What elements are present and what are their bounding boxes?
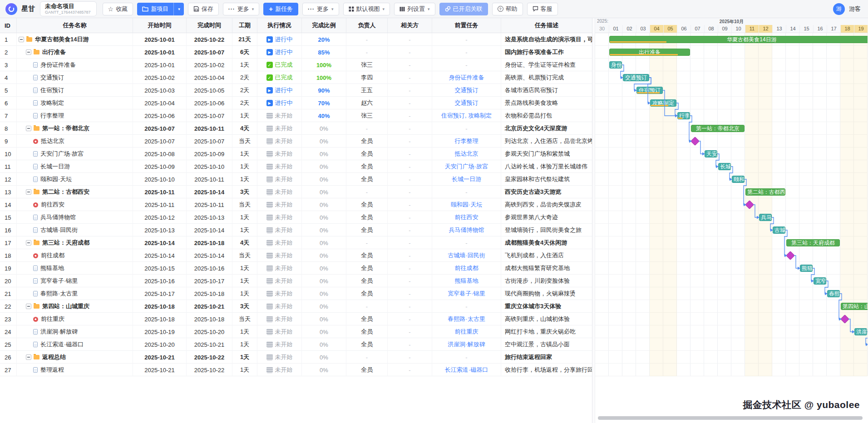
progress-percent: 0% <box>302 313 346 325</box>
table-row[interactable]: 22第四站：山城重庆2025-10-182025-10-213天未开始0%---… <box>0 300 592 313</box>
table-row[interactable]: 27整理返程2025-10-212025-10-221天未开始0%全员-长江索道… <box>0 364 592 376</box>
gantt-bar-task[interactable]: 熊猫.. <box>800 265 813 272</box>
predecessor-cell: - <box>432 122 501 135</box>
save-button[interactable]: 保存 <box>188 3 219 15</box>
predecessor-cell[interactable]: 交通预订 <box>432 97 501 109</box>
owner-cell: - <box>346 300 388 313</box>
gantt-milestone[interactable] <box>690 137 700 146</box>
collapse-toggle[interactable] <box>26 240 31 246</box>
collapse-toggle[interactable] <box>26 304 31 309</box>
task-description: 高铁到重庆，山城初体验 <box>501 313 592 325</box>
new-project-button[interactable]: 新项目 ▾ <box>137 3 184 15</box>
predecessor-cell[interactable]: 颐和园·天坛 <box>432 198 501 211</box>
table-row[interactable]: 4交通预订2025-10-022025-10-042天✓已完成100%李四-身份… <box>0 71 592 84</box>
predecessor-cell[interactable]: 交通预订 <box>432 84 501 97</box>
predecessor-cell[interactable]: 住宿预订, 攻略制定 <box>432 109 501 122</box>
predecessor-cell[interactable]: 长城一日游 <box>432 173 501 186</box>
table-row[interactable]: 26返程总结2025-10-212025-10-221天未开始0%---旅行结束… <box>0 351 592 364</box>
table-row[interactable]: 17第三站：天府成都2025-10-142025-10-184天未开始0%---… <box>0 236 592 249</box>
table-row[interactable]: 12颐和园·天坛2025-10-102025-10-111天未开始0%全员-长城… <box>0 173 592 186</box>
collapse-toggle[interactable] <box>26 49 31 55</box>
gantt-bar-task[interactable]: 古城.. <box>773 226 785 234</box>
new-project-dropdown[interactable]: ▾ <box>173 3 184 15</box>
gantt-bar-task[interactable]: 攻略制定 <box>650 99 676 107</box>
collapse-toggle[interactable] <box>26 354 31 360</box>
gantt-bar-parent[interactable]: 第二站：古都西安 <box>745 188 785 196</box>
table-row[interactable]: 10天安门广场·故宫2025-10-082025-10-091天未开始0%全员-… <box>0 148 592 160</box>
table-row[interactable]: 24洪崖洞·解放碑2025-10-192025-10-201天未开始0%全员-前… <box>0 325 592 338</box>
table-row[interactable]: 18前往成都2025-10-142025-10-14当天未开始0%全员-古城墙·… <box>0 249 592 262</box>
predecessor-cell[interactable]: 前往成都 <box>432 262 501 275</box>
gantt-milestone[interactable] <box>745 200 754 209</box>
favorite-button[interactable]: ☆ 收藏 <box>103 3 133 15</box>
table-row[interactable]: 5住宿预订2025-10-032025-10-052天▶进行中90%王五-交通预… <box>0 84 592 97</box>
gantt-milestone[interactable] <box>840 315 849 324</box>
table-row[interactable]: 2出行准备2025-10-012025-10-076天▶进行中85%---国内旅… <box>0 46 592 59</box>
collapse-toggle[interactable] <box>19 37 24 42</box>
collapse-toggle[interactable] <box>26 189 31 195</box>
link-toggle-button[interactable]: 已开启关联 <box>439 3 488 15</box>
default-view-button[interactable]: 默认视图 ▾ <box>343 3 390 15</box>
table-row[interactable]: 11长城一日游2025-10-092025-10-101天未开始0%全员-天安门… <box>0 160 592 173</box>
gantt-bar-parent[interactable]: 出行准备 <box>609 49 690 56</box>
table-row[interactable]: 7行李整理2025-10-062025-10-071天未开始40%张三-住宿预订… <box>0 109 592 122</box>
table-row[interactable]: 21春熙路·太古里2025-10-172025-10-181天未开始0%全员-宽… <box>0 287 592 300</box>
gantt-bar-task[interactable]: 身份.. <box>609 61 622 69</box>
predecessor-cell[interactable]: 天安门广场·故宫 <box>432 160 501 173</box>
table-row[interactable]: 3身份证件准备2025-10-012025-10-021天✓已完成100%张三-… <box>0 59 592 71</box>
gantt-bar-task[interactable]: 交通预订 <box>623 74 649 81</box>
weekend-column <box>759 33 772 376</box>
column-settings-button[interactable]: 列设置 ▾ <box>394 3 435 15</box>
more-button-1[interactable]: ··· 更多 ▾ <box>223 3 260 15</box>
horizontal-scrollbar-thumb[interactable] <box>598 416 863 420</box>
gantt-bar-task[interactable]: 住宿预订 <box>636 87 663 94</box>
task-name: 整理返程 <box>40 366 64 374</box>
new-task-button[interactable]: + 新任务 <box>263 3 298 15</box>
table-row[interactable]: 25长江索道·磁器口2025-10-202025-10-211天未开始0%全员-… <box>0 338 592 351</box>
table-row[interactable]: 8第一站：帝都北京2025-10-072025-10-114天未开始0%---北… <box>0 122 592 135</box>
predecessor-cell[interactable]: 前往重庆 <box>432 325 501 338</box>
table-row[interactable]: 13第二站：古都西安2025-10-112025-10-143天未开始0%---… <box>0 186 592 198</box>
gantt-bar-task[interactable]: 春熙.. <box>827 290 840 297</box>
predecessor-cell[interactable]: 前往西安 <box>432 211 501 224</box>
predecessor-cell[interactable]: 兵马俑博物馆 <box>432 224 501 236</box>
table-row[interactable]: 16古城墙·回民街2025-10-132025-10-141天未开始0%全员-兵… <box>0 224 592 236</box>
gantt-day-header: 02 <box>622 25 636 33</box>
project-info[interactable]: 未命名项目 GANTT_1764437485787 <box>40 1 97 16</box>
gantt-bar-parent[interactable]: 第一站：帝都北京 <box>691 125 745 132</box>
gantt-bar-task[interactable]: 兵马.. <box>759 214 772 221</box>
collapse-toggle[interactable] <box>26 126 31 131</box>
more-button-2[interactable]: ··· 更多 ▾ <box>302 3 339 15</box>
predecessor-cell[interactable]: 春熙路·太古里 <box>432 313 501 325</box>
predecessor-cell[interactable]: 长江索道·磁器口 <box>432 364 501 376</box>
predecessor-cell[interactable]: 古城墙·回民街 <box>432 249 501 262</box>
table-row[interactable]: 6攻略制定2025-10-042025-10-062天▶进行中70%赵六-交通预… <box>0 97 592 109</box>
help-button[interactable]: ? 帮助 <box>492 3 523 15</box>
gantt-bar-task[interactable]: 天安.. <box>705 150 717 157</box>
table-row[interactable]: 15兵马俑博物馆2025-10-122025-10-131天未开始0%全员-前往… <box>0 211 592 224</box>
table-row[interactable]: 23前往重庆2025-10-182025-10-18当天未开始0%全员-春熙路·… <box>0 313 592 325</box>
avatar[interactable]: 游 <box>833 3 845 15</box>
predecessor-cell[interactable]: 行李整理 <box>432 135 501 148</box>
gantt-milestone[interactable] <box>786 251 795 260</box>
gantt-bar-task[interactable]: 宽窄.. <box>814 277 826 285</box>
table-row[interactable]: 9抵达北京2025-10-072025-10-07当天未开始0%全员-行李整理到… <box>0 135 592 148</box>
table-row[interactable]: 19熊猫基地2025-10-152025-10-161天未开始0%全员-前往成都… <box>0 262 592 275</box>
gantt-bar-parent[interactable]: 第四站：山城重庆 <box>841 303 868 310</box>
table-row[interactable]: 14前往西安2025-10-112025-10-11当天未开始0%全员-颐和园·… <box>0 198 592 211</box>
predecessor-cell[interactable]: 宽窄巷子·锦里 <box>432 287 501 300</box>
gantt-bar-task[interactable]: 洪崖.. <box>854 328 867 335</box>
gantt-bar-parent[interactable]: 第三站：天府成都 <box>786 239 840 246</box>
predecessor-cell[interactable]: 抵达北京 <box>432 148 501 160</box>
gantt-bar-task[interactable]: 行李.. <box>677 112 690 119</box>
gantt-bar-task[interactable]: 颐和.. <box>732 176 745 183</box>
table-row[interactable]: 20宽窄巷子·锦里2025-10-162025-10-171天未开始0%全员-熊… <box>0 275 592 287</box>
predecessor-cell[interactable]: 身份证件准备 <box>432 71 501 84</box>
gantt-bar-parent[interactable]: 华夏古都美食14日游 <box>609 36 868 43</box>
predecessor-cell[interactable]: 洪崖洞·解放碑 <box>432 338 501 351</box>
support-button[interactable]: 客服 <box>527 3 558 15</box>
predecessor-cell[interactable]: 熊猫基地 <box>432 275 501 287</box>
gantt-bar-task[interactable]: 长城.. <box>718 163 731 170</box>
table-row[interactable]: 1华夏古都美食14日游2025-10-012025-10-2221天▶进行中20… <box>0 33 592 46</box>
stakeholder-cell: - <box>388 173 432 186</box>
